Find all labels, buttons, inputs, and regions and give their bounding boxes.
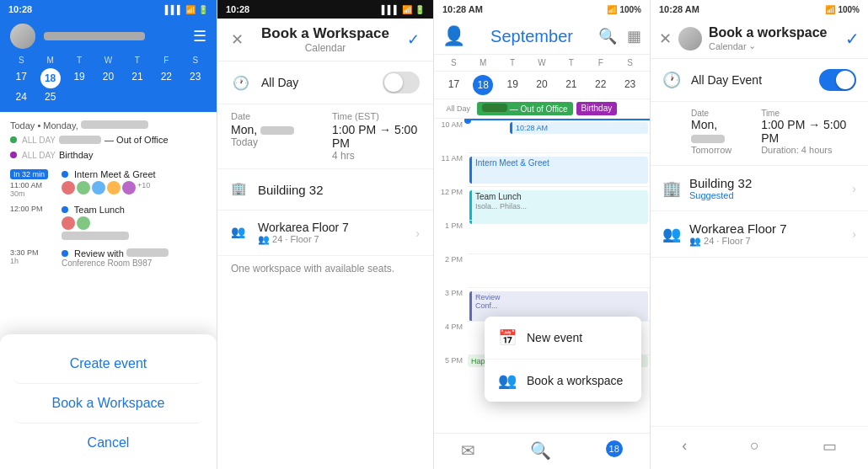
grid-icon[interactable]: ▦ [627,27,641,45]
today-label: Today • Monday, [0,115,217,132]
panel4-subtitle: Calendar ⌄ [709,40,828,51]
close-button[interactable]: ✕ [231,30,244,49]
allday-bar: All Day — Out of Office Birthday [434,99,650,119]
workspace-info: Workarea Floor 7 👥 24 · Floor 7 [258,221,415,245]
recents-button-4[interactable]: ▭ [806,434,854,459]
clock-icon: 🕐 [231,72,251,93]
popup-menu: 📅 New event 👥 Book a workspace [485,317,641,402]
cancel-button[interactable]: Cancel [13,424,203,462]
avatar[interactable] [10,24,35,49]
event-intern-chip[interactable]: Intern Meet & Greet [469,157,648,184]
nav-calendar[interactable]: 18 [606,440,623,461]
available-seats-text: One workspace with available seats. [217,256,433,281]
month-title: September [490,27,573,46]
status-icons-4: 📶100% [825,5,860,14]
panel-book-workspace-detail: 10:28 AM 📶100% ✕ Book a workspace Calend… [650,0,868,469]
building-icon: 🏢 [231,181,248,198]
building-info-4: Building 32 Suggested [689,176,844,200]
mail-icon: ✉ [461,440,475,461]
status-time-2: 10:28 [226,4,249,14]
event-team-lunch-chip[interactable]: Team LunchIsola... Philas... [469,190,648,224]
close-button-4[interactable]: ✕ [659,29,672,48]
date-time-section-4: Date Mon, Tomorrow Time 1:00 PM → 5:00 P… [651,102,868,166]
search-icon[interactable]: 🔍 [598,27,617,45]
new-event-popup-item[interactable]: 📅 New event [485,317,641,360]
book-workspace-popup-item[interactable]: 👥 Book a workspace [485,360,641,402]
time-sub: 4 hrs [332,150,420,162]
workspace-name-4: Workarea Floor 7 [689,221,844,236]
dot-green [10,136,17,143]
status-time-3: 10:28 AM [442,4,483,14]
search-nav-icon: 🔍 [530,440,551,461]
back-button-4[interactable]: ‹ [665,434,704,459]
create-event-button[interactable]: Create event [13,344,203,384]
time-slot-1pm: 1 PM [434,220,650,253]
workspace-sub-4: 👥 24 · Floor 7 [689,236,844,247]
status-bar-2: 10:28 ▌▌▌📶🔋 [217,0,433,19]
workspace-icon-4: 👥 [662,225,681,243]
book-workspace-button[interactable]: Book a Workspace [13,384,203,424]
panel3-icons: 🔍 ▦ [598,27,641,45]
date-value-4: Mon, [691,118,747,145]
time-slot-12pm: 12 PM Team LunchIsola... Philas... [434,186,650,220]
time-label: Time (EST) [332,111,420,121]
all-day-label: All Day [261,76,383,89]
panel-calendar-today: 10:28 ▌▌▌📶🔋 ☰ S M T W T F S 17 18 19 20 [0,0,217,469]
workspace-row[interactable]: 👥 Workarea Floor 7 👥 24 · Floor 7 › [217,211,433,256]
panel1-header: ☰ [0,19,217,54]
bottom-nav-4: ‹ ○ ▭ [651,426,868,469]
all-day-content: All Day Event [691,73,809,87]
event-intern-meet[interactable]: In 32 min 11:00 AM 30m Intern Meet & Gre… [0,163,217,201]
panel2-title-text: Book a Workspace [261,25,389,42]
chevron-right-icon-ws: › [852,227,856,241]
allday-chip-outofoffice[interactable]: — Out of Office [477,102,573,115]
building-row-4[interactable]: 🏢 Building 32 Suggested › [651,166,868,211]
date-label-4: Date [691,109,747,118]
time-block[interactable]: Time (EST) 1:00 PM → 5:00 PM 4 hrs [332,111,420,162]
chevron-right-icon-4: › [852,182,856,195]
mini-calendar: S M T W T F S 17 18 19 20 21 22 23 24 25 [0,54,217,112]
workspace-popup-icon: 👥 [498,371,517,390]
menu-icon[interactable]: ☰ [193,27,206,45]
all-day-toggle[interactable] [383,72,420,93]
home-button-4[interactable]: ○ [733,434,776,459]
panel2-subtitle: Calendar [261,42,389,54]
status-bar-4: 10:28 AM 📶100% [651,0,868,19]
event-review[interactable]: 3:30 PM 1h Review with Conference Room B… [0,245,217,271]
profile-icon[interactable]: 👤 [442,25,465,47]
panel2-header: ✕ Book a Workspace Calendar ✓ [217,19,433,61]
allday-chip-birthday[interactable]: Birthday [576,102,618,115]
all-day-row: 🕐 All Day [217,61,433,104]
action-sheet: Create event Book a Workspace Cancel [0,334,217,469]
status-icons-1: ▌▌▌📶🔋 [165,5,208,14]
calendar-days-of-week: S M T W T F S [7,56,210,65]
building-icon-4: 🏢 [662,179,681,198]
date-sub: Today [231,136,319,148]
date-block[interactable]: Date Mon, Today [231,111,319,162]
all-day-toggle-4[interactable] [819,69,856,91]
time-block-4[interactable]: Time 1:00 PM → 5:00 PM Duration: 4 hours [761,109,856,155]
building-sub-4: Suggested [689,190,844,200]
confirm-button-4[interactable]: ✓ [845,29,860,49]
toggle-knob-4 [836,71,855,89]
chevron-right-icon: › [415,227,420,240]
status-bar-1: 10:28 ▌▌▌📶🔋 [0,0,217,19]
allday-event-birthday[interactable]: ALL DAY Birthday [0,147,217,163]
calendar-plus-icon: 📅 [498,328,517,347]
allday-event-outofoffice[interactable]: ALL DAY — Out of Office [0,132,217,147]
workspace-row-4[interactable]: 👥 Workarea Floor 7 👥 24 · Floor 7 › [651,211,868,258]
calendar3-grid: 17 18 19 20 21 22 23 [434,72,650,99]
nav-mail[interactable]: ✉ [461,440,475,461]
event-team-lunch[interactable]: 12:00 PM Team Lunch [0,201,217,245]
nav-search[interactable]: 🔍 [530,440,551,461]
building-row[interactable]: 🏢 Buildiing 32 [217,169,433,211]
date-block-4[interactable]: Date Mon, Tomorrow [691,109,747,155]
confirm-button[interactable]: ✓ [407,30,420,49]
avatar-4 [678,27,702,51]
building-name: Buildiing 32 [258,183,324,197]
status-icons-3: 📶100% [607,5,641,14]
panel3-header: 👤 September 🔍 ▦ [434,19,650,55]
bottom-nav-3: ✉ 🔍 18 [434,433,650,469]
time-slot-3pm: 3 PM ReviewConf... [434,287,650,321]
status-time-1: 10:28 [8,4,32,14]
